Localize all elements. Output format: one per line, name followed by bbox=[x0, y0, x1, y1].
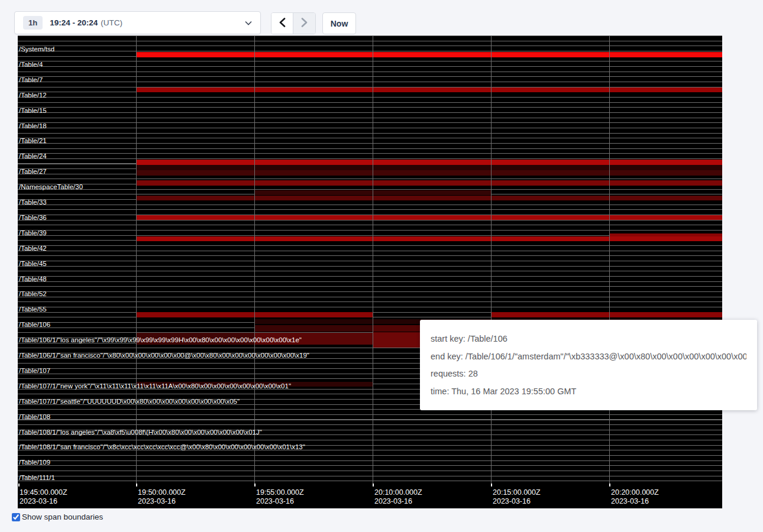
row-label: /Table/107/1/"seattle"/"UUUUUUD\x00\x80\… bbox=[19, 398, 240, 405]
row-label: /Table/107 bbox=[19, 367, 50, 374]
time-gridline bbox=[254, 35, 255, 486]
next-time-button[interactable] bbox=[293, 13, 315, 34]
row-label: /Table/48 bbox=[19, 275, 47, 283]
span-boundaries-label[interactable]: Show span boundaries bbox=[22, 512, 103, 521]
row-label: /System/tsd bbox=[19, 46, 54, 53]
row-label: /Table/106/1/"los angeles"/"\x99\x99\x99… bbox=[19, 336, 302, 343]
span-tooltip: start key: /Table/106end key: /Table/106… bbox=[420, 320, 757, 410]
tooltip-line: end key: /Table/106/1/"amsterdam"/"\xb33… bbox=[431, 351, 746, 362]
axis-tick-mark bbox=[491, 484, 492, 486]
row-label: /Table/45 bbox=[19, 260, 47, 267]
row-label: /Table/39 bbox=[19, 229, 47, 236]
heat-band[interactable] bbox=[136, 215, 722, 220]
key-visualizer-heatmap[interactable]: /System/tsd/Table/4/Table/7/Table/12/Tab… bbox=[18, 35, 722, 508]
heat-band[interactable] bbox=[136, 236, 722, 241]
row-label: /Table/55 bbox=[19, 306, 47, 313]
row-label: /Table/33 bbox=[19, 199, 47, 206]
heat-band[interactable] bbox=[254, 325, 373, 332]
axis-tick-label: 19:50:00.000Z 2023-03-16 bbox=[138, 488, 186, 506]
time-gridline bbox=[136, 35, 137, 486]
row-label: /Table/27 bbox=[19, 168, 47, 175]
row-label: /Table/15 bbox=[19, 107, 47, 114]
prev-time-button[interactable] bbox=[271, 13, 293, 34]
heat-band[interactable] bbox=[491, 312, 722, 317]
time-gridline bbox=[491, 35, 492, 486]
row-label: /Table/111/1 bbox=[19, 474, 55, 481]
heat-band[interactable] bbox=[136, 196, 722, 200]
time-gridline bbox=[373, 35, 373, 486]
row-label: /Table/12 bbox=[19, 92, 47, 99]
tooltip-line: requests: 28 bbox=[431, 368, 746, 379]
axis-tick-label: 20:20:00.000Z 2023-03-16 bbox=[611, 488, 659, 506]
row-label: /Table/108 bbox=[19, 413, 50, 420]
time-gridline bbox=[609, 35, 610, 486]
chevron-down-icon bbox=[245, 21, 252, 25]
tooltip-line: time: Thu, 16 Mar 2023 19:55:00 GMT bbox=[431, 385, 746, 397]
axis-tick-mark bbox=[136, 484, 137, 486]
heat-band[interactable] bbox=[136, 170, 722, 176]
heat-band[interactable] bbox=[136, 180, 722, 186]
row-label: /Table/106/1/"san francisco"/"\x80\x00\x… bbox=[19, 352, 309, 359]
axis-tick-mark bbox=[609, 484, 610, 486]
now-button-label: Now bbox=[331, 19, 348, 28]
row-label: /Table/107/1/"new york"/"\x11\x11\x11\x1… bbox=[19, 382, 291, 390]
tooltip-line: start key: /Table/106 bbox=[431, 333, 746, 345]
time-nav-group bbox=[271, 12, 316, 34]
row-label: /Table/52 bbox=[19, 290, 47, 297]
key-visualizer-page: 1h 19:24 - 20:24 (UTC) Now /System/tsd/T… bbox=[0, 0, 763, 532]
span-rows-area: /System/tsd/Table/4/Table/7/Table/12/Tab… bbox=[18, 35, 722, 486]
time-range-timezone: (UTC) bbox=[101, 18, 122, 27]
axis-tick-label: 19:45:00.000Z 2023-03-16 bbox=[20, 488, 67, 506]
row-label: /Table/108/1/"los angeles"/"\xa8\xf5\u00… bbox=[19, 429, 262, 436]
row-label: /Table/4 bbox=[19, 61, 43, 68]
row-label: /Table/21 bbox=[19, 137, 47, 144]
chevron-right-icon bbox=[301, 18, 308, 30]
heat-band[interactable] bbox=[136, 87, 722, 92]
row-label: /Table/24 bbox=[19, 153, 47, 160]
span-boundaries-checkbox[interactable] bbox=[12, 513, 20, 521]
axis-tick-mark bbox=[254, 484, 256, 486]
row-label: /Table/36 bbox=[19, 214, 47, 221]
heat-band[interactable] bbox=[136, 160, 722, 165]
axis-tick-label: 20:15:00.000Z 2023-03-16 bbox=[493, 488, 541, 506]
row-label: /Table/7 bbox=[19, 76, 43, 83]
row-label: /Table/42 bbox=[19, 245, 47, 252]
row-label: /Table/108/1/"san francisco"/"\x8c\xcc\x… bbox=[19, 443, 305, 450]
span-boundaries-control: Show span boundaries bbox=[12, 512, 103, 521]
duration-badge: 1h bbox=[23, 16, 43, 30]
axis-tick-label: 19:55:00.000Z 2023-03-16 bbox=[256, 488, 304, 506]
time-range-label: 19:24 - 20:24 bbox=[50, 18, 98, 27]
row-label: /NamespaceTable/30 bbox=[19, 183, 83, 190]
axis-tick-mark bbox=[373, 484, 374, 486]
heat-band[interactable] bbox=[136, 165, 722, 170]
heat-band[interactable] bbox=[136, 52, 722, 57]
row-label: /Table/18 bbox=[19, 122, 47, 129]
now-button[interactable]: Now bbox=[322, 12, 356, 34]
axis-tick-mark bbox=[18, 484, 20, 486]
time-range-dropdown[interactable]: 1h 19:24 - 20:24 (UTC) bbox=[14, 11, 261, 34]
axis-tick-label: 20:10:00.000Z 2023-03-16 bbox=[374, 488, 422, 506]
row-label: /Table/109 bbox=[19, 459, 50, 466]
chevron-left-icon bbox=[279, 18, 286, 30]
row-label: /Table/106 bbox=[19, 321, 50, 328]
